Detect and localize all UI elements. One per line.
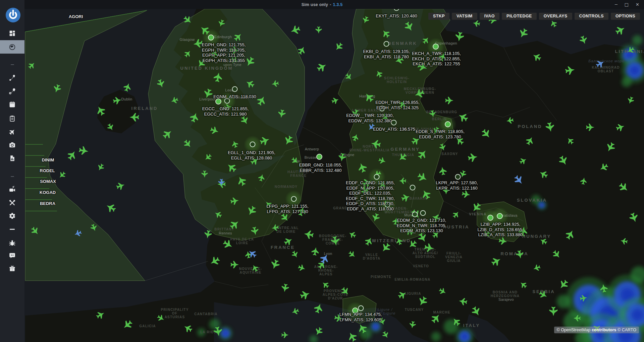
airport-marker-ekbi[interactable] <box>384 42 389 47</box>
atc-station-label-eddm[interactable]: EDDM_2_GND: 121.710,EDDM_N_TWR: 118.705,… <box>397 218 447 233</box>
close-button[interactable]: ✕ <box>636 0 639 9</box>
map-place-label: IRELAND <box>131 106 158 111</box>
weather-cell <box>630 66 639 75</box>
airport-marker-egnm[interactable] <box>232 87 237 92</box>
sidebar-item-recordings[interactable] <box>0 183 24 196</box>
maximize-button[interactable]: □ <box>625 0 629 9</box>
doc-chart-icon <box>9 155 16 162</box>
map-attribution: © OpenStreetMap contributors © CARTO <box>554 327 639 333</box>
map-place-label: DENMARK <box>388 41 417 46</box>
atc-station-label-ekyt[interactable]: EKYT_ATIS: 120.480 <box>376 13 417 19</box>
atc-station-label-egph[interactable]: EGPH_GND: 121.755,EGPH_TWR: 118.705,EGPH… <box>202 42 246 63</box>
atc-station-label-eddw[interactable]: EDDW__TWR: 120.330,EDDW_ATIS: 132.380 <box>346 113 394 123</box>
attribution-carto-link[interactable]: © CARTO <box>618 328 636 332</box>
airport-marker-lzib[interactable] <box>497 213 502 219</box>
attribution-osm-link[interactable]: © OpenStreetMap <box>557 328 591 332</box>
map-place-label: Liverpool <box>199 97 215 101</box>
sidebar-item-tools[interactable] <box>0 196 24 209</box>
window-title: Sim use only-1.3.5 <box>302 2 343 7</box>
sidebar-item-world-map[interactable] <box>0 40 24 54</box>
airport-marker-eddf[interactable] <box>374 175 379 180</box>
window-controls: ─□✕ <box>615 0 639 9</box>
globe-icon <box>9 44 16 51</box>
sidebar-item-settings[interactable] <box>0 209 24 222</box>
sidebar-item-rewards[interactable] <box>0 262 24 275</box>
sidebar-divider <box>0 175 24 178</box>
airport-marker-eddb[interactable] <box>445 122 450 127</box>
map-place-label: GERMANY <box>390 147 420 152</box>
gift-icon <box>9 265 16 272</box>
sidebar-item-dashboard[interactable] <box>0 26 24 40</box>
map-place-label: GALICIA <box>139 324 156 328</box>
airport-marker-lfpg[interactable] <box>291 197 297 202</box>
map-place-label: MARCHE <box>433 311 450 314</box>
atc-station-label-lzib[interactable]: LZIB_APP: 134.925,LZIB_D_ATIS: 128.655,L… <box>477 222 523 237</box>
map-place-label: SAXONY <box>441 152 458 156</box>
airport-marker-lfmn[interactable] <box>359 306 364 311</box>
map-place-label: PIEMONTE <box>371 275 391 279</box>
route-pins-2-icon <box>9 88 16 95</box>
atc-station-label-eddf[interactable]: EDDF_C_GND: 121.855,EDDF_N_APP: 120.805,… <box>346 180 395 211</box>
airport-marker-ekch[interactable] <box>433 44 438 49</box>
app-logo[interactable] <box>5 7 21 23</box>
atc-station-label-eddb[interactable]: EDDB_S_TWR: 118.805,EDDB_ATIS: 123.780 <box>416 129 465 139</box>
map-place-label: LIGURIA <box>405 292 421 295</box>
atc-station-label-eddh[interactable]: EDDH_TWR: 126.855,EDDH_ATIS: 124.325 <box>375 100 420 110</box>
airport-marker-eddf[interactable] <box>410 185 415 190</box>
sidebar-item-flights[interactable] <box>0 125 24 138</box>
airport-marker-ebbr[interactable] <box>317 154 322 159</box>
gear-icon <box>9 212 16 219</box>
atc-station-label-eddv[interactable]: EDDV_ATIS: 136.575 <box>373 127 415 132</box>
sidebar-item-routes[interactable] <box>0 84 24 98</box>
sidebar-item-flight-plans[interactable] <box>0 112 24 125</box>
map-place-label: Балтийское море <box>588 59 625 63</box>
weather-cell <box>223 331 228 336</box>
map-place-label: TUSCANY <box>405 308 424 312</box>
map-place-label: NOUVELLE-AQUITAINE <box>239 267 262 274</box>
atc-station-label-egcc[interactable]: EGCC__GND: 121.855,EGCC_ATIS: 121.980 <box>202 106 249 117</box>
sidebar-item-screenshots[interactable] <box>0 138 24 151</box>
airport-marker-eddm[interactable] <box>413 212 418 217</box>
map-place-label: Antwerp <box>305 147 319 151</box>
atc-station-label-lkpr[interactable]: LKPR_APP: 127.580,LKPR_ATIS: 122.160 <box>436 180 478 191</box>
atc-station-label-egnm[interactable]: EGNM_ATIS: 118.030 <box>213 94 256 99</box>
map-place-label: AUSTRIA <box>443 224 470 229</box>
sidebar-item-waypoints[interactable] <box>0 71 24 84</box>
toolbar-button-overlays[interactable]: OVERLAYS <box>539 13 572 20</box>
toolbar-button-stkp[interactable]: STKP <box>428 13 449 20</box>
sidebar-item-reports[interactable] <box>0 151 24 165</box>
atc-station-label-egll[interactable]: EGLL_1_GND: 121.905,EGLL_ATIS: 128.080 <box>228 150 275 160</box>
airport-marker-egll[interactable] <box>250 142 255 147</box>
sidebar-item-discord[interactable] <box>0 249 24 262</box>
toolbar-button-controls[interactable]: CONTROLS <box>575 13 608 20</box>
toolbar-button-options[interactable]: OPTIONS <box>611 13 640 20</box>
map-place-label: Lyon <box>324 252 332 256</box>
atc-station-label-ekbi[interactable]: EKBI_D_ATIS: 129.105,EKBI_A_ATIS: 118.78… <box>363 49 410 59</box>
airport-marker-lkpr[interactable] <box>455 175 461 180</box>
route-pins-icon <box>9 74 16 81</box>
sidebar-item-schedule[interactable] <box>0 97 24 111</box>
weather-cell <box>374 325 378 329</box>
toolbar-button-pilotedge[interactable]: PILOTEDGE <box>502 13 537 20</box>
minimize-button[interactable]: ─ <box>615 0 618 9</box>
atc-station-label-ebbr[interactable]: EBBR_GND: 118.055,EBBR_ATIS: 132.480 <box>299 162 342 173</box>
version-link[interactable]: 1.3.5 <box>333 2 343 7</box>
weather-cell <box>462 334 468 340</box>
weather-cell <box>632 35 642 45</box>
camera-icon <box>9 141 16 148</box>
toolbar-button-vatsim[interactable]: VATSIM <box>452 13 477 20</box>
atc-station-label-ekch[interactable]: EKCH_A_TWR: 118.105,EKCH_D_ATIS: 122.855… <box>412 51 461 67</box>
atc-station-label-lfpg[interactable]: LFPG_APP: 121.155,LFPG_ATIS: 127.130 <box>266 204 308 214</box>
map-place-label: Sarajevo <box>498 297 514 301</box>
map-place-label: BOSNIA ANDHERZEGOVINA <box>491 290 520 298</box>
map-place-label: SWITZERLAND <box>368 238 411 243</box>
map-place-label: VALLED'AOSTA <box>363 253 380 260</box>
map-place-label: EMILIA-ROMAGNA <box>395 278 431 281</box>
airport-marker-eddm[interactable] <box>421 211 426 216</box>
map-place-label: ITALY <box>463 323 480 328</box>
toolbar-button-ivao[interactable]: IVAO <box>480 13 499 20</box>
atc-station-label-lfmn[interactable]: LFMN_APP: 134.475,LFMN_ATIS: 129.605 <box>339 312 382 322</box>
airport-marker-egph[interactable] <box>208 35 214 40</box>
discord-icon <box>9 252 16 259</box>
sidebar-item-bug-report[interactable] <box>0 236 24 250</box>
